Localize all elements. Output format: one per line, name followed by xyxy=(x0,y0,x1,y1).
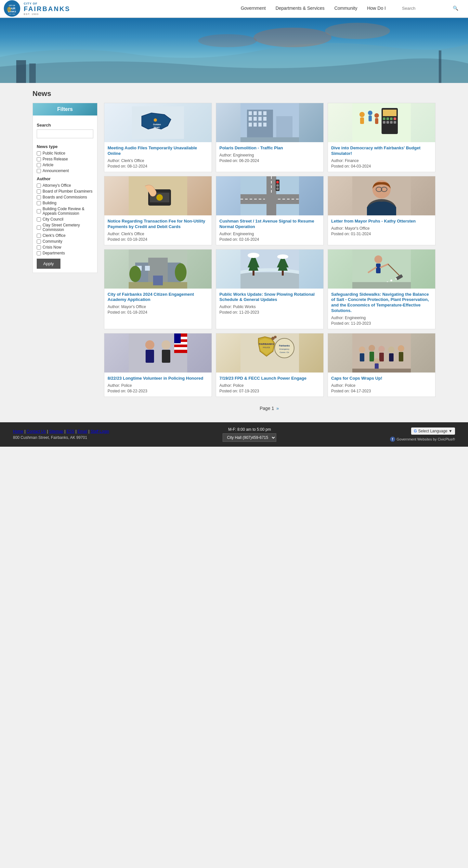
logo-text: CITY OF FAIRBANKS EST. 1903 xyxy=(24,2,70,16)
news-card-11[interactable]: FAIRBANKS POLICE Fairbanks Emergency Com… xyxy=(216,333,324,397)
page-title: News xyxy=(33,90,435,98)
checkbox-community[interactable]: Community xyxy=(37,239,93,244)
nav-how-do-i[interactable]: How Do I xyxy=(367,5,386,11)
svg-text:Fairbanks: Fairbanks xyxy=(279,344,290,347)
checkbox-press-release[interactable]: Press Release xyxy=(37,157,93,161)
search-input[interactable] xyxy=(399,5,451,12)
sidebar: Filters Search News type Public Notice P… xyxy=(33,103,98,273)
footer: Home | Contact Us | Sitemap | ESS | Emai… xyxy=(0,422,468,447)
svg-rect-35 xyxy=(383,110,397,116)
svg-point-84 xyxy=(248,253,259,258)
news-card-4[interactable]: Notice Regarding Transaction Fee for Non… xyxy=(104,176,212,245)
footer-phone-select[interactable]: City Hall (907)459-6715 Police (907)450-… xyxy=(223,433,276,442)
svg-point-88 xyxy=(277,254,288,259)
footer-link-home[interactable]: Home xyxy=(13,429,24,434)
apply-button[interactable]: Apply xyxy=(37,259,61,269)
news-card-6[interactable]: Letter from Mayor Pruhs - Kathy Otterste… xyxy=(328,176,435,245)
svg-text:FAIRBANKS: FAIRBANKS xyxy=(259,343,274,345)
google-g-icon: G xyxy=(414,429,416,433)
checkbox-departments[interactable]: Departments xyxy=(37,251,93,255)
svg-rect-78 xyxy=(153,276,163,285)
news-card-12[interactable]: Caps for Cops Wraps Up! Author: Police P… xyxy=(328,333,435,397)
svg-point-53 xyxy=(156,194,163,201)
news-image-4 xyxy=(104,176,211,215)
news-card-2[interactable]: Polaris Demolition - Traffic Plan Author… xyxy=(216,103,324,172)
news-card-body-6: Letter from Mayor Pruhs - Kathy Otterste… xyxy=(328,215,435,240)
filter-search-input[interactable] xyxy=(37,129,93,138)
svg-rect-91 xyxy=(376,264,380,273)
svg-rect-30 xyxy=(263,123,267,127)
checkbox-clerks-office[interactable]: Clerk's Office xyxy=(37,233,93,238)
author-label: Author xyxy=(37,176,93,181)
news-type-label: News type xyxy=(37,144,93,149)
news-card-1[interactable]: Golden Heart Meeting Audio Files Tempora… xyxy=(104,103,212,172)
svg-rect-40 xyxy=(383,121,386,124)
news-card-title-7: City of Fairbanks 2024 Citizen Engagemen… xyxy=(108,292,208,303)
pagination-next[interactable]: » xyxy=(276,406,279,411)
search-button[interactable]: 🔍 xyxy=(453,5,458,11)
svg-rect-9 xyxy=(439,51,441,83)
sidebar-content: Search News type Public Notice Press Rel… xyxy=(33,116,97,273)
news-card-9[interactable]: Safeguarding Sidewalks: Navigating the B… xyxy=(328,249,435,330)
checkbox-clay-street[interactable]: Clay Street Cemetery Commission xyxy=(37,223,93,232)
news-card-8[interactable]: Public Works Update: Snow Plowing Rotati… xyxy=(216,249,324,330)
footer-link-email[interactable]: Email xyxy=(78,429,88,434)
facebook-icon: f xyxy=(390,437,395,442)
footer-link-ess[interactable]: ESS xyxy=(67,429,74,434)
svg-rect-29 xyxy=(258,123,262,127)
checkbox-boards-commissions[interactable]: Boards and Commissions xyxy=(37,195,93,199)
footer-right: G Select Language ▼ f Government Website… xyxy=(390,428,455,442)
news-card-author-6: Author: Mayor's Office xyxy=(331,226,432,231)
header-bar: CITY OF FAIR BANKS EST. 1903 CITY OF FAI… xyxy=(0,0,468,18)
svg-point-61 xyxy=(276,181,279,184)
news-card-body-2: Polaris Demolition - Traffic Plan Author… xyxy=(216,142,323,166)
news-card-date-8: Posted on: 11-20-2023 xyxy=(220,310,320,315)
news-card-author-7: Author: Mayor's Office xyxy=(108,305,208,309)
checkbox-public-notice[interactable]: Public Notice xyxy=(37,151,93,156)
footer-link-contact[interactable]: Contact Us xyxy=(27,429,46,434)
checkbox-city-council[interactable]: City Council xyxy=(37,217,93,222)
svg-rect-80 xyxy=(240,272,299,288)
footer-link-staff[interactable]: Staff Login xyxy=(90,429,109,434)
news-card-date-4: Posted on: 03-18-2024 xyxy=(108,237,208,242)
news-card-body-7: City of Fairbanks 2024 Citizen Engagemen… xyxy=(104,288,211,318)
news-card-3[interactable]: Dive into Democracy with Fairbanks' Budg… xyxy=(328,103,435,172)
footer-link-sitemap[interactable]: Sitemap xyxy=(49,429,63,434)
svg-point-101 xyxy=(145,340,155,349)
news-card-10[interactable]: 8/22/23 Longtime Volunteer in Policing H… xyxy=(104,333,212,397)
news-card-title-2: Polaris Demolition - Traffic Plan xyxy=(220,146,320,151)
news-card-date-7: Posted on: 01-18-2024 xyxy=(108,310,208,315)
svg-rect-104 xyxy=(162,350,170,363)
nav-community[interactable]: Community xyxy=(334,5,358,11)
svg-rect-123 xyxy=(360,353,364,362)
news-card-date-9: Posted on: 11-20-2023 xyxy=(331,321,432,326)
checkbox-building[interactable]: Building xyxy=(37,201,93,205)
google-translate[interactable]: G Select Language ▼ xyxy=(411,428,455,435)
news-card-5[interactable]: Cushman Street / 1st Avenue Signal to Re… xyxy=(216,176,324,245)
svg-point-62 xyxy=(276,184,279,187)
checkbox-announcement[interactable]: Announcement xyxy=(37,168,93,173)
svg-rect-32 xyxy=(240,137,299,142)
svg-rect-39 xyxy=(394,118,396,120)
nav-government[interactable]: Government xyxy=(241,5,266,11)
svg-point-124 xyxy=(369,345,375,351)
page-label: Page 1 xyxy=(260,406,274,411)
nav-departments[interactable]: Departments & Services xyxy=(276,5,325,11)
checkbox-board-plumber[interactable]: Board of Plumber Examiners xyxy=(37,189,93,193)
news-card-body-10: 8/22/23 Longtime Volunteer in Policing H… xyxy=(104,373,211,397)
hero-section xyxy=(0,18,468,83)
svg-rect-102 xyxy=(145,350,154,363)
checkbox-article[interactable]: Article xyxy=(37,163,93,167)
svg-rect-22 xyxy=(263,111,267,115)
news-card-7[interactable]: City of Fairbanks 2024 Citizen Engagemen… xyxy=(104,249,212,330)
checkbox-crisis-now[interactable]: Crisis Now xyxy=(37,245,93,250)
footer-hours: M-F: 8:00 am to 5:00 pm xyxy=(223,427,276,432)
checkbox-attorneys-office[interactable]: Attorney's Office xyxy=(37,183,93,188)
svg-point-5 xyxy=(7,7,11,12)
svg-rect-108 xyxy=(174,347,187,350)
svg-rect-19 xyxy=(248,111,252,115)
news-type-checkboxes: Public Notice Press Release Article Anno… xyxy=(37,151,93,173)
svg-rect-45 xyxy=(360,118,364,124)
news-card-body-5: Cushman Street / 1st Avenue Signal to Re… xyxy=(216,215,323,245)
checkbox-building-code[interactable]: Building Code Review & Appeals Commissio… xyxy=(37,207,93,216)
